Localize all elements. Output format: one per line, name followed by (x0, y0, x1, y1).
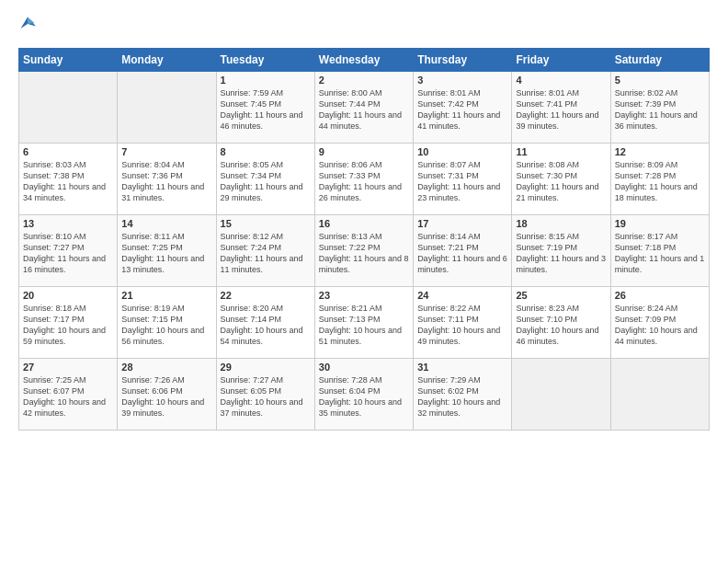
day-number: 10 (417, 146, 507, 157)
day-number: 24 (417, 290, 507, 301)
calendar-cell: 5Sunrise: 8:02 AMSunset: 7:39 PMDaylight… (610, 72, 709, 144)
day-detail: Sunrise: 8:17 AMSunset: 7:18 PMDaylight:… (615, 231, 705, 276)
calendar-cell: 2Sunrise: 8:00 AMSunset: 7:44 PMDaylight… (314, 72, 413, 144)
calendar-cell: 1Sunrise: 7:59 AMSunset: 7:45 PMDaylight… (216, 72, 314, 144)
day-number: 13 (23, 218, 113, 229)
calendar-cell: 26Sunrise: 8:24 AMSunset: 7:09 PMDayligh… (610, 287, 709, 359)
day-detail: Sunrise: 8:21 AMSunset: 7:13 PMDaylight:… (319, 303, 409, 348)
calendar-cell: 25Sunrise: 8:23 AMSunset: 7:10 PMDayligh… (512, 287, 610, 359)
calendar-cell: 23Sunrise: 8:21 AMSunset: 7:13 PMDayligh… (314, 287, 413, 359)
calendar-cell: 27Sunrise: 7:25 AMSunset: 6:07 PMDayligh… (19, 359, 118, 431)
calendar-cell: 10Sunrise: 8:07 AMSunset: 7:31 PMDayligh… (414, 144, 512, 215)
calendar-cell: 8Sunrise: 8:05 AMSunset: 7:34 PMDaylight… (216, 144, 314, 215)
calendar-cell: 3Sunrise: 8:01 AMSunset: 7:42 PMDaylight… (414, 72, 512, 144)
day-number: 18 (516, 218, 606, 229)
calendar-cell: 24Sunrise: 8:22 AMSunset: 7:11 PMDayligh… (414, 287, 512, 359)
day-number: 26 (615, 290, 705, 301)
day-number: 23 (319, 290, 409, 301)
calendar-cell: 30Sunrise: 7:28 AMSunset: 6:04 PMDayligh… (314, 359, 413, 431)
day-number: 1 (221, 75, 311, 86)
day-detail: Sunrise: 7:27 AMSunset: 6:05 PMDaylight:… (221, 374, 311, 419)
svg-marker-1 (28, 17, 35, 25)
calendar-cell (118, 72, 216, 144)
day-number: 28 (121, 362, 211, 373)
calendar-cell: 19Sunrise: 8:17 AMSunset: 7:18 PMDayligh… (610, 215, 709, 287)
day-detail: Sunrise: 8:01 AMSunset: 7:41 PMDaylight:… (516, 87, 606, 132)
day-detail: Sunrise: 8:07 AMSunset: 7:31 PMDaylight:… (417, 159, 507, 204)
day-number: 11 (516, 146, 606, 157)
page: SundayMondayTuesdayWednesdayThursdayFrid… (0, 0, 728, 563)
day-number: 21 (121, 290, 211, 301)
calendar-cell (610, 359, 709, 431)
calendar-cell: 11Sunrise: 8:08 AMSunset: 7:30 PMDayligh… (512, 144, 610, 215)
day-number: 19 (615, 218, 705, 229)
calendar-cell: 18Sunrise: 8:15 AMSunset: 7:19 PMDayligh… (512, 215, 610, 287)
day-detail: Sunrise: 7:28 AMSunset: 6:04 PMDaylight:… (319, 374, 409, 419)
day-detail: Sunrise: 8:19 AMSunset: 7:15 PMDaylight:… (121, 303, 211, 348)
calendar-cell: 31Sunrise: 7:29 AMSunset: 6:02 PMDayligh… (414, 359, 512, 431)
day-number: 25 (516, 290, 606, 301)
calendar-cell: 29Sunrise: 7:27 AMSunset: 6:05 PMDayligh… (216, 359, 314, 431)
day-number: 17 (417, 218, 507, 229)
calendar-cell: 9Sunrise: 8:06 AMSunset: 7:33 PMDaylight… (314, 144, 413, 215)
day-header-thursday: Thursday (414, 49, 512, 72)
calendar-cell: 20Sunrise: 8:18 AMSunset: 7:17 PMDayligh… (19, 287, 118, 359)
day-detail: Sunrise: 8:18 AMSunset: 7:17 PMDaylight:… (23, 303, 113, 348)
calendar-table: SundayMondayTuesdayWednesdayThursdayFrid… (18, 48, 710, 431)
day-detail: Sunrise: 7:25 AMSunset: 6:07 PMDaylight:… (23, 374, 113, 419)
day-detail: Sunrise: 8:24 AMSunset: 7:09 PMDaylight:… (615, 303, 705, 348)
day-number: 15 (221, 218, 311, 229)
day-number: 2 (319, 75, 409, 86)
day-header-tuesday: Tuesday (216, 49, 314, 72)
calendar-cell: 16Sunrise: 8:13 AMSunset: 7:22 PMDayligh… (314, 215, 413, 287)
day-number: 16 (319, 218, 409, 229)
day-detail: Sunrise: 8:10 AMSunset: 7:27 PMDaylight:… (23, 231, 113, 276)
day-number: 4 (516, 75, 606, 86)
day-number: 7 (121, 146, 211, 157)
calendar-cell: 21Sunrise: 8:19 AMSunset: 7:15 PMDayligh… (118, 287, 216, 359)
day-detail: Sunrise: 8:03 AMSunset: 7:38 PMDaylight:… (23, 159, 113, 204)
calendar-cell: 17Sunrise: 8:14 AMSunset: 7:21 PMDayligh… (414, 215, 512, 287)
logo-bird-icon (18, 15, 37, 33)
day-header-monday: Monday (118, 49, 216, 72)
day-number: 29 (221, 362, 311, 373)
logo (18, 15, 40, 37)
calendar-cell: 6Sunrise: 8:03 AMSunset: 7:38 PMDaylight… (19, 144, 118, 215)
day-header-wednesday: Wednesday (314, 49, 413, 72)
day-number: 5 (615, 75, 705, 86)
day-number: 30 (319, 362, 409, 373)
day-number: 22 (221, 290, 311, 301)
calendar-cell (512, 359, 610, 431)
calendar-cell: 22Sunrise: 8:20 AMSunset: 7:14 PMDayligh… (216, 287, 314, 359)
header (18, 15, 710, 37)
day-number: 9 (319, 146, 409, 157)
day-detail: Sunrise: 8:14 AMSunset: 7:21 PMDaylight:… (417, 231, 507, 276)
day-header-friday: Friday (512, 49, 610, 72)
day-number: 20 (23, 290, 113, 301)
calendar-cell: 7Sunrise: 8:04 AMSunset: 7:36 PMDaylight… (118, 144, 216, 215)
day-detail: Sunrise: 8:20 AMSunset: 7:14 PMDaylight:… (221, 303, 311, 348)
calendar-cell: 4Sunrise: 8:01 AMSunset: 7:41 PMDaylight… (512, 72, 610, 144)
day-number: 3 (417, 75, 507, 86)
day-detail: Sunrise: 7:29 AMSunset: 6:02 PMDaylight:… (417, 374, 507, 419)
day-detail: Sunrise: 8:12 AMSunset: 7:24 PMDaylight:… (221, 231, 311, 276)
calendar-cell: 12Sunrise: 8:09 AMSunset: 7:28 PMDayligh… (610, 144, 709, 215)
day-number: 27 (23, 362, 113, 373)
day-number: 31 (417, 362, 507, 373)
calendar-cell: 28Sunrise: 7:26 AMSunset: 6:06 PMDayligh… (118, 359, 216, 431)
day-detail: Sunrise: 8:08 AMSunset: 7:30 PMDaylight:… (516, 159, 606, 204)
day-detail: Sunrise: 8:04 AMSunset: 7:36 PMDaylight:… (121, 159, 211, 204)
calendar-cell: 13Sunrise: 8:10 AMSunset: 7:27 PMDayligh… (19, 215, 118, 287)
calendar-cell: 15Sunrise: 8:12 AMSunset: 7:24 PMDayligh… (216, 215, 314, 287)
day-detail: Sunrise: 8:15 AMSunset: 7:19 PMDaylight:… (516, 231, 606, 276)
day-number: 6 (23, 146, 113, 157)
day-detail: Sunrise: 8:06 AMSunset: 7:33 PMDaylight:… (319, 159, 409, 204)
day-detail: Sunrise: 8:11 AMSunset: 7:25 PMDaylight:… (121, 231, 211, 276)
day-header-saturday: Saturday (610, 49, 709, 72)
day-number: 8 (221, 146, 311, 157)
day-detail: Sunrise: 8:02 AMSunset: 7:39 PMDaylight:… (615, 87, 705, 132)
day-number: 14 (121, 218, 211, 229)
day-detail: Sunrise: 8:01 AMSunset: 7:42 PMDaylight:… (417, 87, 507, 132)
day-detail: Sunrise: 8:09 AMSunset: 7:28 PMDaylight:… (615, 159, 705, 204)
day-detail: Sunrise: 8:13 AMSunset: 7:22 PMDaylight:… (319, 231, 409, 276)
